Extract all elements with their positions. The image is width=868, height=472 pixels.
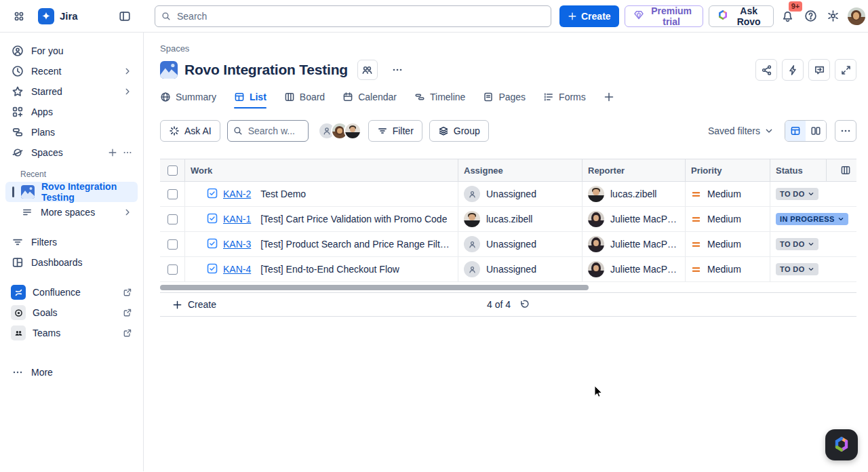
issue-summary[interactable]: [Test] Product Search and Price Range Fi… (260, 239, 452, 250)
breadcrumb[interactable]: Spaces (160, 43, 856, 54)
status-badge[interactable]: TO DO (776, 188, 818, 200)
member-avatar-stack[interactable] (315, 122, 361, 140)
issue-summary[interactable]: [Test] Cart Price Validation with Promo … (260, 214, 447, 224)
jira-home-link[interactable]: Jira (34, 5, 82, 27)
user-avatar[interactable] (848, 7, 865, 25)
sidebar-item-goals[interactable]: Goals (5, 302, 138, 323)
sidebar-item-spaces[interactable]: Spaces (5, 142, 138, 163)
add-tab-button[interactable] (604, 92, 614, 109)
create-work-item-button[interactable]: Create (160, 299, 223, 310)
issue-summary[interactable]: Test Demo (260, 189, 306, 199)
group-button[interactable]: Group (429, 120, 489, 142)
table-footer: Create 4 of 4 (160, 292, 856, 317)
row-checkbox[interactable] (167, 214, 178, 224)
tab-forms[interactable]: Forms (543, 92, 586, 109)
sidebar-item-starred[interactable]: Starred (5, 81, 138, 102)
issue-key-link[interactable]: KAN-1 (223, 214, 251, 224)
reporter-cell[interactable]: lucas.zibell (583, 182, 686, 206)
add-space-icon[interactable] (108, 148, 117, 157)
column-header-reporter[interactable]: Reporter (583, 159, 686, 181)
assignee-cell[interactable]: lucas.zibell (458, 207, 583, 231)
sidebar-item-filters[interactable]: Filters (5, 232, 138, 252)
reporter-cell[interactable]: Juliette MacPhail (583, 257, 686, 281)
collapse-sidebar-button[interactable] (114, 5, 136, 27)
table-row[interactable]: KAN-4 [Test] End-to-End Checkout Flow Un… (160, 257, 856, 282)
table-view-toggle[interactable] (785, 121, 806, 141)
column-header-status[interactable]: Status (770, 159, 827, 181)
reporter-cell[interactable]: Juliette MacPhail (583, 232, 686, 256)
tab-calendar[interactable]: Calendar (342, 92, 397, 109)
assignee-cell[interactable]: Unassigned (458, 232, 583, 256)
ask-ai-button[interactable]: Ask AI (160, 120, 220, 142)
column-header-priority[interactable]: Priority (686, 159, 770, 181)
sidebar-item-apps[interactable]: Apps (5, 102, 138, 122)
external-link-icon (123, 328, 132, 338)
issue-key-link[interactable]: KAN-4 (223, 264, 251, 275)
row-checkbox[interactable] (167, 239, 178, 250)
column-header-assignee[interactable]: Assignee (458, 159, 583, 181)
sidebar-item-rovo-integration-testing[interactable]: Rovo Integration Testing (5, 182, 138, 202)
status-badge[interactable]: IN PROGRESS (776, 213, 848, 225)
avatar-lucas[interactable] (344, 122, 361, 140)
app-switcher-button[interactable] (8, 5, 30, 27)
sidebar-item-recent[interactable]: Recent (5, 61, 138, 81)
refresh-button[interactable] (519, 299, 530, 310)
premium-trial-button[interactable]: Premium trial (625, 5, 703, 27)
filter-button[interactable]: Filter (368, 120, 422, 142)
table-row[interactable]: KAN-3 [Test] Product Search and Price Ra… (160, 232, 856, 257)
teams-icon (11, 326, 26, 340)
configure-columns-button[interactable] (840, 165, 851, 176)
feedback-button[interactable] (808, 59, 830, 81)
issue-summary[interactable]: [Test] End-to-End Checkout Flow (260, 264, 399, 275)
notifications-button[interactable]: 9+ (779, 5, 797, 27)
status-badge[interactable]: TO DO (776, 263, 818, 275)
sidebar-item-more[interactable]: More (5, 362, 138, 382)
horizontal-scrollbar-thumb[interactable] (160, 285, 589, 290)
sidebar-item-confluence[interactable]: Confluence (5, 282, 138, 302)
row-checkbox[interactable] (167, 189, 178, 199)
assignee-cell[interactable]: Unassigned (458, 182, 583, 206)
tab-pages[interactable]: Pages (483, 92, 526, 109)
create-button[interactable]: Create (559, 5, 619, 27)
priority-cell[interactable]: Medium (686, 182, 770, 206)
spaces-more-icon[interactable] (123, 148, 132, 157)
tab-timeline[interactable]: Timeline (414, 92, 465, 109)
status-badge[interactable]: TO DO (776, 238, 818, 250)
column-header-work[interactable]: Work (185, 159, 458, 181)
table-row[interactable]: KAN-1 [Test] Cart Price Validation with … (160, 207, 856, 232)
ask-rovo-button[interactable]: Ask Rovo (709, 5, 774, 27)
row-checkbox[interactable] (167, 264, 178, 275)
sidebar-item-for-you[interactable]: For you (5, 41, 138, 61)
settings-button[interactable] (825, 5, 842, 27)
assignee-cell[interactable]: Unassigned (458, 257, 583, 281)
table-row[interactable]: KAN-2 Test Demo Unassigned lucas.zibell … (160, 182, 856, 207)
tab-list[interactable]: List (234, 92, 267, 109)
sidebar-item-dashboards[interactable]: Dashboards (5, 252, 138, 273)
forms-icon (543, 92, 554, 102)
sidebar-item-teams[interactable]: Teams (5, 323, 138, 343)
help-button[interactable] (802, 5, 819, 27)
rovo-chat-fab[interactable] (825, 429, 858, 460)
issue-key-link[interactable]: KAN-2 (223, 189, 251, 199)
split-view-toggle[interactable] (806, 121, 826, 141)
sidebar-item-plans[interactable]: Plans (5, 122, 138, 142)
expand-button[interactable] (835, 59, 856, 81)
select-all-checkbox[interactable] (167, 165, 178, 176)
issue-key-link[interactable]: KAN-3 (223, 239, 251, 250)
toolbar-more-button[interactable] (835, 120, 856, 142)
priority-cell[interactable]: Medium (686, 207, 770, 231)
tab-summary[interactable]: Summary (160, 92, 216, 109)
board-icon (284, 92, 295, 102)
reporter-cell[interactable]: Juliette MacPhail (583, 207, 686, 231)
automation-button[interactable] (782, 59, 804, 81)
share-button[interactable] (755, 59, 777, 81)
saved-filters-dropdown[interactable]: Saved filters (705, 121, 776, 140)
global-search-input[interactable] (155, 5, 551, 27)
tab-board[interactable]: Board (284, 92, 325, 109)
priority-cell[interactable]: Medium (686, 232, 770, 256)
layers-icon (438, 125, 449, 136)
title-more-button[interactable] (387, 60, 408, 80)
priority-cell[interactable]: Medium (686, 257, 770, 281)
space-members-button[interactable] (357, 60, 378, 80)
sidebar-item-more-spaces[interactable]: More spaces (5, 202, 138, 222)
